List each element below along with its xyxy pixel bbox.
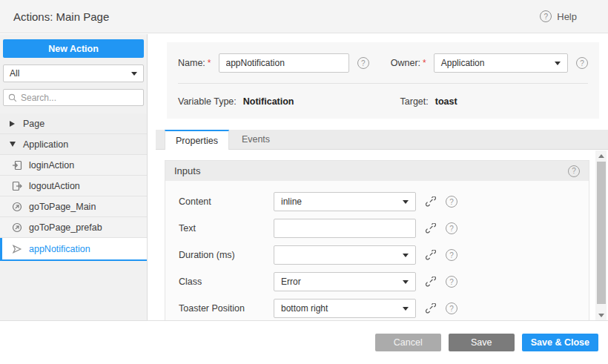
class-value: Error <box>281 277 301 287</box>
sidebar-item-page[interactable]: Page <box>0 113 147 134</box>
notification-icon <box>12 244 22 254</box>
tree-item-label: appNotification <box>29 244 90 254</box>
owner-label: Owner: <box>391 58 420 68</box>
inputs-section: Inputs ? Content inline ? Text <box>165 160 589 320</box>
target-value: toast <box>435 96 457 107</box>
field-help-icon[interactable]: ? <box>446 276 457 288</box>
name-input[interactable] <box>219 53 349 73</box>
help-label: Help <box>557 11 577 22</box>
owner-dropdown[interactable]: Application <box>434 53 568 73</box>
tab-events[interactable]: Events <box>229 130 282 149</box>
filter-dropdown[interactable]: All <box>3 64 144 82</box>
dialog-footer: Cancel Save Save & Close <box>0 320 608 364</box>
name-label: Name: <box>178 58 205 68</box>
tree-item-label: goToPage_prefab <box>29 222 102 233</box>
duration-dropdown[interactable] <box>274 245 416 265</box>
vertical-scrollbar[interactable] <box>595 150 607 320</box>
text-input[interactable] <box>274 219 416 238</box>
scroll-down-arrow-icon[interactable] <box>595 310 607 320</box>
required-asterisk: * <box>423 58 426 68</box>
filter-value: All <box>10 68 19 79</box>
toaster-position-value: bottom right <box>281 303 328 314</box>
chevron-right-icon <box>10 121 15 127</box>
search-box <box>3 89 144 106</box>
save-and-close-button[interactable]: Save & Close <box>522 334 598 351</box>
sidebar-item-application[interactable]: Application <box>0 134 147 155</box>
variable-type-label: Variable Type: <box>178 96 237 107</box>
tree-item-label: Application <box>23 139 68 150</box>
required-asterisk: * <box>208 58 211 68</box>
field-row-class: Class Error ? <box>179 272 589 291</box>
actions-dialog: Actions: Main Page ? Help New Action All… <box>0 0 608 364</box>
field-label: Toaster Position <box>179 303 274 314</box>
help-icon: ? <box>540 10 552 22</box>
owner-value: Application <box>441 58 485 68</box>
field-help-icon[interactable]: ? <box>446 249 457 261</box>
new-action-button[interactable]: New Action <box>3 39 144 58</box>
target-label: Target: <box>400 96 429 107</box>
search-icon <box>8 93 17 102</box>
bind-variable-icon[interactable] <box>426 223 436 234</box>
page-title: Actions: Main Page <box>0 10 109 23</box>
variable-type-value: Notification <box>243 96 294 107</box>
chevron-down-icon <box>403 200 409 204</box>
field-row-toaster-position: Toaster Position bottom right ? <box>179 299 589 318</box>
field-help-icon[interactable]: ? <box>446 196 457 208</box>
owner-help-icon[interactable]: ? <box>576 57 588 69</box>
chevron-down-icon <box>555 62 561 65</box>
inputs-help-icon[interactable]: ? <box>568 165 580 177</box>
help-button[interactable]: ? Help <box>540 10 577 22</box>
search-input[interactable] <box>21 93 139 103</box>
tree-item-label: goToPage_Main <box>29 202 96 212</box>
card-divider <box>178 83 588 84</box>
inputs-section-title: Inputs <box>174 165 200 176</box>
actions-sidebar: New Action All Page Application loginAct… <box>0 34 148 320</box>
dialog-header: Actions: Main Page ? Help <box>0 0 608 33</box>
content-value: inline <box>281 196 302 207</box>
tab-properties[interactable]: Properties <box>165 130 229 150</box>
bind-variable-icon[interactable] <box>426 196 436 207</box>
sidebar-item-gotopage-main[interactable]: goToPage_Main <box>0 196 147 217</box>
tree-item-label: loginAction <box>29 160 74 171</box>
field-help-icon[interactable]: ? <box>446 302 457 314</box>
cancel-button[interactable]: Cancel <box>375 334 441 351</box>
login-icon <box>12 160 22 171</box>
logout-icon <box>12 181 22 191</box>
scrollbar-thumb[interactable] <box>597 162 606 304</box>
field-label: Content <box>179 196 274 207</box>
scroll-up-arrow-icon[interactable] <box>595 150 607 161</box>
field-label: Class <box>179 277 274 287</box>
tree-item-label: Page <box>23 119 44 129</box>
bind-variable-icon[interactable] <box>426 277 436 287</box>
sidebar-item-logoutaction[interactable]: logoutAction <box>0 176 147 196</box>
field-help-icon[interactable]: ? <box>446 222 457 234</box>
field-row-text: Text ? <box>179 219 589 238</box>
sidebar-item-loginaction[interactable]: loginAction <box>0 155 147 176</box>
properties-panel: Inputs ? Content inline ? Text <box>156 150 608 320</box>
field-row-duration: Duration (ms) ? <box>179 245 589 265</box>
field-label: Duration (ms) <box>179 250 274 260</box>
bind-variable-icon[interactable] <box>426 303 436 314</box>
save-button[interactable]: Save <box>449 334 515 351</box>
chevron-down-icon <box>403 307 409 311</box>
chevron-down-icon <box>403 254 409 257</box>
chevron-down-icon <box>403 280 409 284</box>
inputs-section-header: Inputs ? <box>165 161 589 181</box>
field-row-content: Content inline ? <box>179 192 589 211</box>
goto-page-icon <box>12 222 22 233</box>
action-details-card: Name:* ? Owner:* Application ? Variable … <box>167 42 599 119</box>
toaster-position-dropdown[interactable]: bottom right <box>274 299 416 318</box>
tree-item-label: logoutAction <box>29 181 80 191</box>
class-dropdown[interactable]: Error <box>274 272 416 291</box>
actions-tree: Page Application loginAction logoutActio… <box>0 113 147 261</box>
sidebar-item-gotopage-prefab[interactable]: goToPage_prefab <box>0 217 147 238</box>
bind-variable-icon[interactable] <box>426 250 436 260</box>
sidebar-item-appnotification[interactable]: appNotification <box>0 238 147 261</box>
tab-bar: Properties Events <box>156 130 608 150</box>
content-dropdown[interactable]: inline <box>274 192 416 211</box>
chevron-down-icon <box>131 72 137 76</box>
name-help-icon[interactable]: ? <box>357 57 369 69</box>
goto-page-icon <box>12 202 22 212</box>
field-label: Text <box>179 223 274 234</box>
chevron-down-icon <box>10 142 16 147</box>
